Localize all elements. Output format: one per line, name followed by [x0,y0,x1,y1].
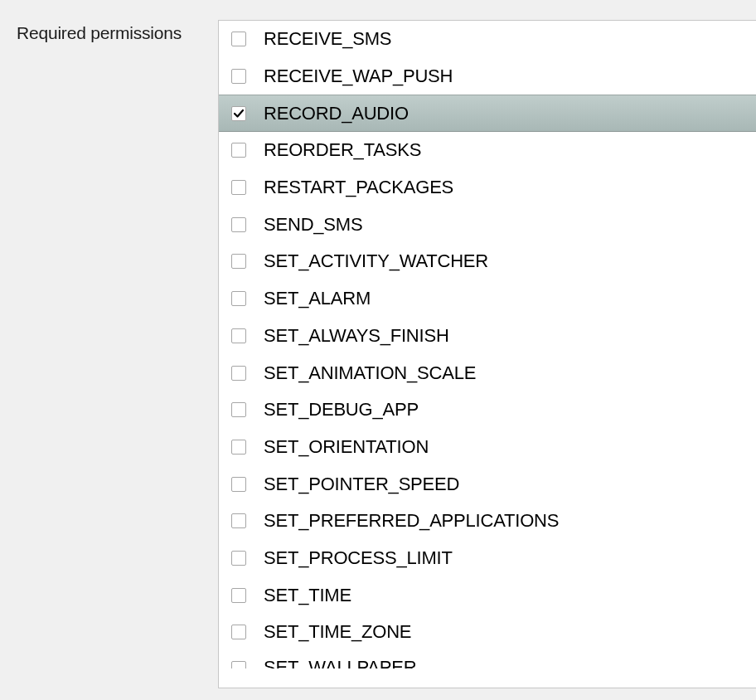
permission-row[interactable]: SET_ACTIVITY_WATCHER [219,243,756,280]
permission-row[interactable]: SET_WALLPAPER [219,651,756,668]
permission-label: SET_POINTER_SPEED [264,474,459,495]
permission-checkbox[interactable] [231,328,246,343]
permission-label: SET_ORIENTATION [264,436,429,458]
permission-checkbox[interactable] [231,143,246,158]
permission-label: SET_PROCESS_LIMIT [264,547,453,569]
permission-row[interactable]: SET_POINTER_SPEED [219,465,756,503]
section-label-column: Required permissions [0,20,218,43]
permission-checkbox[interactable] [231,551,246,566]
permission-label: SEND_SMS [264,214,362,236]
permission-row[interactable]: SET_DEBUG_APP [219,391,756,429]
permission-checkbox[interactable] [231,291,246,306]
permission-label: SET_WALLPAPER [264,657,416,668]
permission-checkbox[interactable] [231,180,246,195]
permission-label: RESTART_PACKAGES [264,177,453,198]
permission-checkbox[interactable] [231,106,246,121]
checkmark-icon [233,108,245,119]
permission-row[interactable]: RECEIVE_SMS [219,21,756,58]
permission-label: SET_DEBUG_APP [264,399,419,420]
permission-checkbox[interactable] [231,402,246,417]
permission-label: SET_ALARM [264,288,371,309]
section-label: Required permissions [17,23,218,43]
permission-row[interactable]: SET_ALWAYS_FINISH [219,318,756,355]
permission-label: RECEIVE_WAP_PUSH [264,66,453,87]
permission-row[interactable]: REORDER_TASKS [219,132,756,169]
permission-label: SET_TIME_ZONE [264,621,411,643]
permission-checkbox[interactable] [231,477,246,492]
permission-label: SET_TIME [264,585,351,606]
permission-row[interactable]: SEND_SMS [219,206,756,243]
permission-checkbox[interactable] [231,217,246,232]
permission-row[interactable]: SET_TIME_ZONE [219,614,756,651]
permission-row[interactable]: RESTART_PACKAGES [219,169,756,207]
permission-row[interactable]: SET_ALARM [219,280,756,318]
permission-checkbox[interactable] [231,69,246,84]
permission-checkbox[interactable] [231,440,246,455]
permission-label: SET_PREFERRED_APPLICATIONS [264,510,559,532]
permissions-listbox[interactable]: RECEIVE_SMSRECEIVE_WAP_PUSHRECORD_AUDIOR… [218,20,756,688]
permission-row[interactable]: SET_TIME [219,576,756,614]
permission-checkbox[interactable] [231,254,246,269]
permission-checkbox[interactable] [231,366,246,381]
permission-checkbox[interactable] [231,588,246,603]
permission-row[interactable]: RECORD_AUDIO [219,95,756,132]
permission-label: RECORD_AUDIO [264,103,409,124]
permission-label: SET_ACTIVITY_WATCHER [264,250,488,272]
permission-checkbox[interactable] [231,32,246,46]
permission-row[interactable]: SET_ORIENTATION [219,429,756,466]
permission-label: SET_ALWAYS_FINISH [264,325,449,347]
permission-checkbox[interactable] [231,625,246,639]
permission-label: REORDER_TASKS [264,139,421,161]
permission-label: SET_ANIMATION_SCALE [264,362,476,384]
permission-row[interactable]: SET_PREFERRED_APPLICATIONS [219,503,756,540]
permission-checkbox[interactable] [231,661,246,668]
permission-row[interactable]: RECEIVE_WAP_PUSH [219,58,756,95]
permission-row[interactable]: SET_PROCESS_LIMIT [219,540,756,577]
permission-label: RECEIVE_SMS [264,28,391,50]
permission-row[interactable]: SET_ANIMATION_SCALE [219,354,756,391]
permission-checkbox[interactable] [231,513,246,528]
